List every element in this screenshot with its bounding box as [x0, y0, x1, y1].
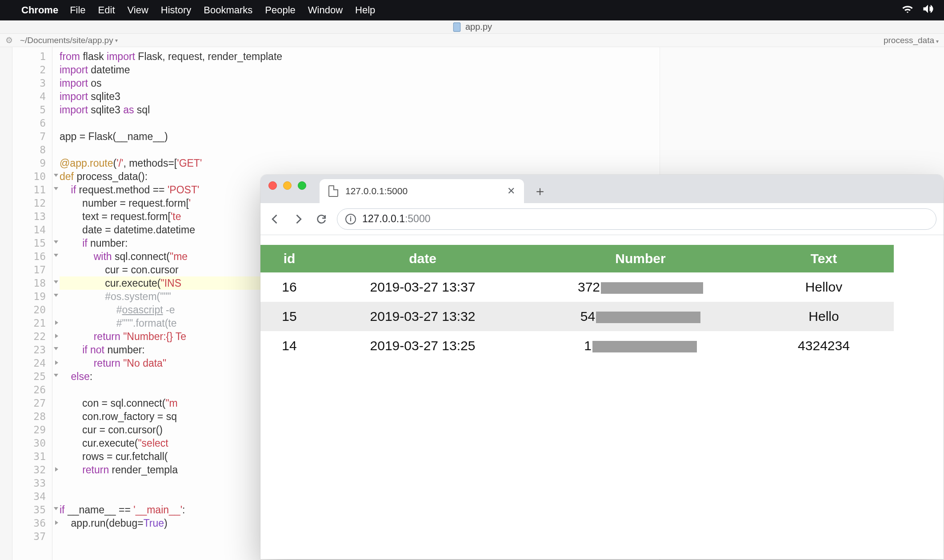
line-number: 4 [12, 90, 52, 103]
python-file-icon [452, 22, 462, 32]
line-number: 35 [12, 503, 52, 516]
table-row: 142019-03-27 13:2514324234 [260, 331, 894, 360]
address-bar[interactable]: i 127.0.0.1:5000 [337, 208, 936, 230]
line-number: 1 [12, 50, 52, 63]
editor-title: app.py [465, 22, 492, 32]
table-cell: 4324234 [754, 331, 894, 360]
line-number: 21 [12, 316, 52, 330]
code-line[interactable]: import datetime [60, 63, 660, 76]
line-number: 24 [12, 356, 52, 370]
line-number: 16 [12, 250, 52, 263]
line-number: 6 [12, 116, 52, 130]
line-number: 9 [12, 156, 52, 170]
redacted-block [601, 282, 703, 294]
line-number: 36 [12, 516, 52, 530]
line-number: 34 [12, 490, 52, 503]
line-number: 17 [12, 263, 52, 276]
reload-button[interactable] [314, 212, 329, 227]
line-number: 2 [12, 63, 52, 76]
line-number: 31 [12, 450, 52, 463]
editor-fold-strip [0, 47, 12, 560]
table-header-cell: Number [527, 245, 754, 272]
code-line[interactable] [60, 116, 660, 130]
code-line[interactable]: from flask import Flask, request, render… [60, 50, 660, 63]
table-cell: 1 [527, 331, 754, 360]
redacted-block [596, 312, 700, 323]
line-number: 12 [12, 196, 52, 210]
line-number: 3 [12, 76, 52, 90]
line-number: 5 [12, 103, 52, 116]
page-content: iddateNumberText 162019-03-27 13:37372He… [260, 235, 944, 559]
menu-people[interactable]: People [265, 4, 296, 16]
menu-bookmarks[interactable]: Bookmarks [204, 4, 252, 16]
url-path: :5000 [405, 213, 431, 224]
editor-path[interactable]: ~/Documents/site/app.py [20, 36, 113, 45]
code-line[interactable]: import sqlite3 as sql [60, 103, 660, 116]
menu-file[interactable]: File [70, 4, 85, 16]
site-info-icon[interactable]: i [345, 214, 356, 224]
back-button[interactable] [268, 212, 283, 227]
line-number: 13 [12, 210, 52, 223]
editor-gutter: 1234567891011121314151617181920212223242… [12, 47, 52, 560]
macos-menubar: Chrome File Edit View History Bookmarks … [0, 0, 944, 20]
line-number: 19 [12, 290, 52, 303]
line-number: 33 [12, 476, 52, 490]
table-cell: 2019-03-27 13:37 [318, 272, 527, 302]
line-number: 27 [12, 396, 52, 410]
line-number: 8 [12, 143, 52, 156]
editor-titlebar: app.py [0, 20, 944, 34]
close-window-button[interactable] [268, 181, 277, 190]
page-file-icon [328, 185, 338, 197]
window-traffic-lights [268, 181, 306, 190]
wifi-icon[interactable] [901, 4, 914, 16]
browser-tab[interactable]: 127.0.0.1:5000 ✕ [320, 179, 524, 203]
table-cell: 16 [260, 272, 318, 302]
table-cell: Hello [754, 302, 894, 331]
line-number: 10 [12, 170, 52, 183]
line-number: 20 [12, 303, 52, 316]
code-line[interactable] [60, 143, 660, 156]
menu-view[interactable]: View [128, 4, 148, 16]
menu-history[interactable]: History [161, 4, 191, 16]
menubar-app-name[interactable]: Chrome [21, 4, 58, 16]
code-line[interactable]: import sqlite3 [60, 90, 660, 103]
menu-help[interactable]: Help [355, 4, 375, 16]
forward-button[interactable] [291, 212, 306, 227]
zoom-window-button[interactable] [298, 181, 306, 190]
line-number: 28 [12, 410, 52, 423]
code-line[interactable]: import os [60, 76, 660, 90]
line-number: 14 [12, 223, 52, 236]
chrome-window: 127.0.0.1:5000 ✕ ＋ i 127.0.0.1:5000 idda… [260, 175, 944, 559]
menu-edit[interactable]: Edit [98, 4, 115, 16]
table-cell: 54 [527, 302, 754, 331]
data-table: iddateNumberText 162019-03-27 13:37372He… [260, 245, 894, 360]
line-number: 37 [12, 530, 52, 543]
editor-pathbar: ⚙ ~/Documents/site/app.py▾ process_data▾ [0, 34, 944, 47]
line-number: 30 [12, 436, 52, 450]
table-cell: 2019-03-27 13:25 [318, 331, 527, 360]
table-row: 152019-03-27 13:3254Hello [260, 302, 894, 331]
line-number: 11 [12, 183, 52, 196]
menu-window[interactable]: Window [308, 4, 343, 16]
line-number: 32 [12, 463, 52, 476]
new-tab-button[interactable]: ＋ [530, 181, 550, 201]
table-cell: Hellov [754, 272, 894, 302]
line-number: 23 [12, 343, 52, 356]
code-line[interactable]: @app.route('/', methods=['GET' [60, 156, 660, 170]
svg-rect-0 [453, 23, 460, 32]
minimize-window-button[interactable] [283, 181, 292, 190]
table-row: 162019-03-27 13:37372Hellov [260, 272, 894, 302]
url-host: 127.0.0.1 [362, 213, 405, 224]
gear-icon[interactable]: ⚙ [5, 35, 13, 45]
code-line[interactable]: app = Flask(__name__) [60, 130, 660, 143]
table-cell: 2019-03-27 13:32 [318, 302, 527, 331]
line-number: 29 [12, 423, 52, 436]
line-number: 18 [12, 276, 52, 290]
editor-function-indicator[interactable]: process_data [884, 36, 934, 45]
volume-icon[interactable] [922, 4, 934, 16]
line-number: 26 [12, 383, 52, 396]
chrome-tabstrip: 127.0.0.1:5000 ✕ ＋ [260, 175, 944, 203]
close-tab-icon[interactable]: ✕ [507, 185, 515, 197]
table-cell: 372 [527, 272, 754, 302]
table-cell: 15 [260, 302, 318, 331]
